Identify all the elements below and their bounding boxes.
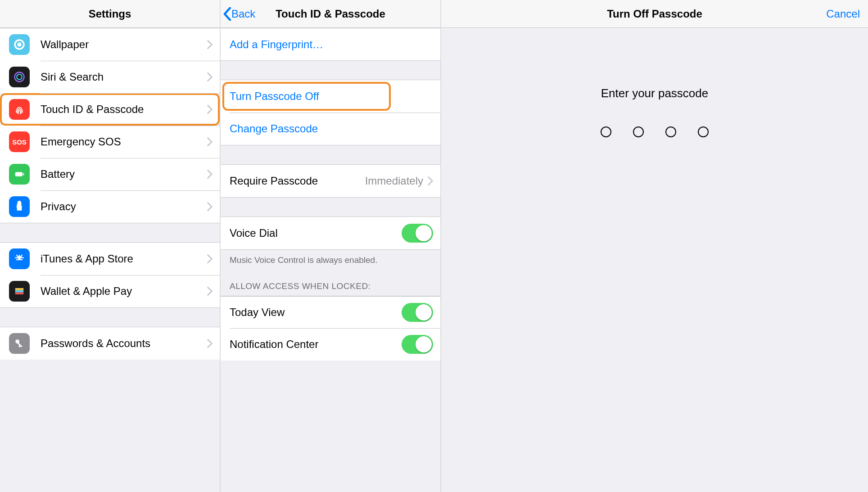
chevron-right-icon bbox=[428, 176, 433, 185]
cancel-button[interactable]: Cancel bbox=[826, 0, 860, 27]
settings-item-siri[interactable]: Siri & Search bbox=[0, 61, 220, 93]
notification-center-toggle[interactable] bbox=[402, 335, 433, 354]
voice-dial-label: Voice Dial bbox=[230, 227, 402, 239]
settings-item-label: Passwords & Accounts bbox=[41, 337, 207, 350]
change-passcode-cell[interactable]: Change Passcode bbox=[221, 113, 440, 145]
settings-item-passwords[interactable]: Passwords & Accounts bbox=[0, 327, 220, 360]
svg-point-2 bbox=[17, 74, 22, 80]
settings-group-3: Passwords & Accounts bbox=[0, 327, 220, 360]
settings-item-sos[interactable]: SOS Emergency SOS bbox=[0, 126, 220, 158]
chevron-right-icon bbox=[207, 137, 212, 146]
settings-item-label: Touch ID & Passcode bbox=[41, 103, 207, 116]
group-separator bbox=[221, 60, 440, 80]
settings-item-privacy[interactable]: Privacy bbox=[0, 190, 220, 223]
cancel-label: Cancel bbox=[826, 8, 860, 20]
today-view-label: Today View bbox=[230, 306, 402, 319]
chevron-right-icon bbox=[207, 339, 212, 348]
passcode-prompt: Enter your passcode bbox=[441, 86, 868, 100]
passcode-dots bbox=[441, 126, 868, 137]
settings-group-1: Wallpaper Siri & Search Touch ID & Passc… bbox=[0, 28, 220, 223]
back-button[interactable]: Back bbox=[223, 0, 255, 27]
today-view-cell: Today View bbox=[221, 296, 440, 328]
settings-item-label: Wallet & Apple Pay bbox=[41, 285, 207, 298]
allow-access-header: ALLOW ACCESS WHEN LOCKED: bbox=[221, 269, 440, 296]
today-view-toggle[interactable] bbox=[402, 303, 433, 322]
passcode-title: Turn Off Passcode bbox=[607, 8, 702, 20]
passcode-entry-pane: Turn Off Passcode Cancel Enter your pass… bbox=[441, 0, 868, 492]
appstore-icon bbox=[9, 248, 30, 269]
turn-passcode-off-cell[interactable]: Turn Passcode Off bbox=[221, 80, 440, 113]
settings-item-label: iTunes & App Store bbox=[41, 253, 207, 265]
voice-dial-toggle[interactable] bbox=[402, 224, 433, 243]
chevron-right-icon bbox=[207, 202, 212, 211]
chevron-right-icon bbox=[207, 287, 212, 296]
chevron-right-icon bbox=[207, 254, 212, 263]
group-separator bbox=[221, 197, 440, 217]
settings-item-label: Emergency SOS bbox=[41, 135, 207, 148]
wallet-icon bbox=[9, 281, 30, 302]
chevron-right-icon bbox=[207, 105, 212, 114]
settings-item-itunes[interactable]: iTunes & App Store bbox=[0, 243, 220, 275]
settings-item-wallet[interactable]: Wallet & Apple Pay bbox=[0, 275, 220, 307]
add-fingerprint-label: Add a Fingerprint… bbox=[230, 38, 433, 51]
passcode-dot bbox=[698, 126, 709, 137]
notification-center-label: Notification Center bbox=[230, 338, 402, 351]
change-passcode-label: Change Passcode bbox=[230, 122, 433, 135]
settings-pane: Settings Wallpaper Siri & Search Touch I… bbox=[0, 0, 221, 492]
turn-passcode-off-label: Turn Passcode Off bbox=[230, 90, 433, 103]
touchid-pane: Back Touch ID & Passcode Add a Fingerpri… bbox=[221, 0, 441, 492]
group-separator bbox=[0, 307, 220, 327]
svg-point-1 bbox=[15, 72, 24, 82]
touchid-icon bbox=[9, 99, 30, 120]
svg-rect-5 bbox=[17, 206, 22, 211]
settings-item-touchid[interactable]: Touch ID & Passcode bbox=[0, 93, 220, 126]
sos-icon: SOS bbox=[9, 131, 30, 152]
settings-item-label: Siri & Search bbox=[41, 71, 207, 83]
svg-rect-8 bbox=[15, 292, 24, 294]
chevron-right-icon bbox=[207, 40, 212, 49]
battery-icon bbox=[9, 164, 30, 185]
svg-rect-6 bbox=[15, 288, 24, 290]
settings-title: Settings bbox=[89, 8, 131, 20]
settings-item-wallpaper[interactable]: Wallpaper bbox=[0, 28, 220, 61]
passcode-navbar: Turn Off Passcode Cancel bbox=[441, 0, 868, 28]
group-separator bbox=[0, 223, 220, 243]
touchid-navbar: Back Touch ID & Passcode bbox=[221, 0, 440, 28]
passcode-dot bbox=[601, 126, 611, 137]
group-separator bbox=[221, 145, 440, 165]
settings-item-battery[interactable]: Battery bbox=[0, 158, 220, 190]
require-passcode-label: Require Passcode bbox=[230, 175, 365, 187]
siri-icon bbox=[9, 67, 30, 87]
wallpaper-icon bbox=[9, 34, 30, 55]
chevron-right-icon bbox=[207, 72, 212, 81]
require-passcode-value: Immediately bbox=[365, 175, 423, 187]
touchid-title: Touch ID & Passcode bbox=[276, 8, 385, 20]
privacy-icon bbox=[9, 196, 30, 217]
settings-group-2: iTunes & App Store Wallet & Apple Pay bbox=[0, 243, 220, 307]
key-icon bbox=[9, 333, 30, 354]
svg-rect-7 bbox=[15, 290, 24, 293]
settings-navbar: Settings bbox=[0, 0, 220, 28]
back-label: Back bbox=[231, 8, 255, 20]
svg-rect-3 bbox=[15, 172, 23, 176]
passcode-dot bbox=[665, 126, 676, 137]
passcode-dot bbox=[633, 126, 644, 137]
add-fingerprint-cell[interactable]: Add a Fingerprint… bbox=[221, 28, 440, 60]
voice-dial-cell: Voice Dial bbox=[221, 217, 440, 249]
voice-dial-footer: Music Voice Control is always enabled. bbox=[221, 249, 440, 269]
chevron-right-icon bbox=[207, 170, 212, 179]
settings-item-label: Wallpaper bbox=[41, 38, 207, 51]
settings-item-label: Privacy bbox=[41, 200, 207, 213]
settings-item-label: Battery bbox=[41, 168, 207, 181]
notification-center-cell: Notification Center bbox=[221, 328, 440, 361]
svg-rect-4 bbox=[23, 173, 24, 176]
require-passcode-cell[interactable]: Require Passcode Immediately bbox=[221, 165, 440, 197]
